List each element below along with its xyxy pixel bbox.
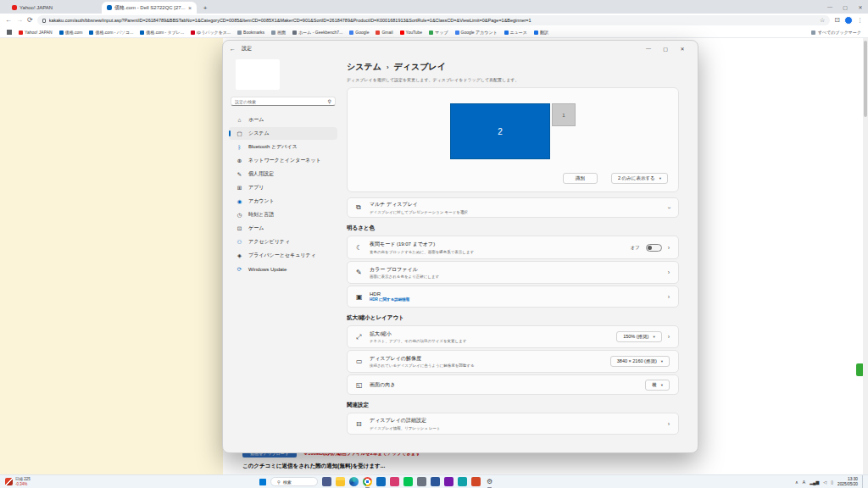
browser-tab-kakaku[interactable]: 価格.com - Dell S2722QC [27... × [102,2,197,14]
ime-indicator[interactable]: A [803,480,805,485]
network-icon[interactable]: ▂▄▆ [810,480,819,485]
maximize-button[interactable]: ▢ [657,41,674,56]
new-tab-button[interactable]: + [200,3,210,13]
browser-maximize-button[interactable]: ▢ [837,0,853,14]
scale-dropdown[interactable]: 150% (推奨) ▾ [616,331,662,342]
bookmark-star-icon[interactable]: ☆ [820,17,825,24]
tray-chevron-icon[interactable]: ∧ [795,480,798,485]
night-mode-toggle[interactable] [646,244,662,252]
microsoft-store-icon[interactable] [376,477,386,486]
setting-row-night-mode[interactable]: ☾ 夜間モード (19:07 までオフ) 青色の光をブロックするために、画面を暖… [347,236,679,259]
browser-minimize-button[interactable]: — [822,0,837,14]
sidebar-item-time-language[interactable]: ◷時刻と言語 [229,208,337,221]
task-view-button[interactable] [322,477,331,486]
bookmark-item[interactable]: Google アカウント [455,30,498,35]
back-icon[interactable]: ← [230,46,236,52]
setting-row-hdr[interactable]: ▣ HDR HDR に関する詳細情報 › [347,286,679,308]
display-mode-dropdown[interactable]: 2 のみに表示する ▾ [611,173,668,184]
browser-tab-yahoo[interactable]: Yahoo! JAPAN [7,2,102,14]
breadcrumb-system[interactable]: システム [347,61,381,73]
sidebar-item-apps[interactable]: ⊞アプリ [229,181,337,194]
all-bookmarks-button[interactable]: すべてのブックマーク [811,30,861,35]
bookmark-item[interactable]: Google [349,30,369,35]
onenote-icon[interactable] [444,477,453,486]
show-desktop-button[interactable] [862,475,865,488]
settings-search[interactable]: ⚲ [231,97,336,106]
minimize-button[interactable]: — [640,41,657,56]
setting-row-resolution[interactable]: ▭ ディスプレイの解像度 接続されているディスプレイに合うように解像度を調整する… [347,350,679,373]
bookmark-item[interactable]: 翻訳 [534,30,548,35]
settings-titlebar[interactable]: ← 設定 — ▢ ✕ [223,41,698,56]
browser-menu-icon[interactable]: ⋮ [857,17,863,24]
identify-button[interactable]: 識別 [563,173,598,184]
bookmarks-bar: Yahoo! JAPAN 価格.com 価格.com - パソコ... 価格.c… [0,27,868,38]
bookmark-item[interactable]: ホーム - Geekbench7... [292,30,342,35]
sidebar-item-windows-update[interactable]: ⟳Windows Update [229,263,337,275]
sidebar-item-privacy[interactable]: ◈プライバシーとセキュリティ [229,249,337,262]
close-button[interactable]: ✕ [674,41,691,56]
setting-row-color-profile[interactable]: ✎ カラー プロファイル 画面に表示される色をより正確にします › [347,261,679,284]
sidebar-item-system[interactable]: ▢システム [229,127,337,140]
chrome-icon[interactable] [363,477,372,486]
tab-title: Yahoo! JAPAN [19,5,97,10]
battery-icon[interactable]: ▯ [831,480,833,485]
taskbar-clock[interactable]: 13:30 2025/05/20 [837,477,858,487]
bookmark-item[interactable]: 価格.com - パソコ... [89,30,133,35]
sidebar-item-home[interactable]: ⌂ホーム [229,114,337,126]
settings-search-input[interactable] [235,99,328,104]
line-icon[interactable] [403,477,413,486]
chevron-down-icon: ▾ [661,383,663,387]
word-icon[interactable] [431,477,440,486]
setting-row-orientation[interactable]: ◱ 画面の向き 横 ▾ [347,374,679,395]
photos-icon[interactable] [390,477,399,486]
settings-gear-icon[interactable]: ⚙ [485,477,494,486]
setting-row-multi-display[interactable]: ⧉ マルチ ディスプレイ ディスプレイに対してプレゼンテーション モードを選択 … [347,197,679,218]
taskbar-search[interactable]: ⚲ 検索 [270,477,318,486]
teams-icon[interactable] [458,477,467,486]
orientation-dropdown[interactable]: 横 ▾ [645,380,670,391]
powerpoint-icon[interactable] [471,477,481,486]
taskbar-widget[interactable]: 日経 225 -0.34% [0,477,36,486]
monitor-1[interactable]: 1 [552,103,576,126]
tab-close-icon[interactable]: × [188,5,192,11]
page-description: ディスプレイを選択して設定を変更します。ディスプレイをドラッグして再配置します。 [347,77,679,82]
setting-row-scale[interactable]: ⤢ 拡大/縮小 テキスト、アプリ、その他の項目のサイズを変更します 150% (… [347,325,679,348]
bookmark-item[interactable]: 価格.com [59,30,83,35]
account-picture[interactable] [236,59,280,90]
monitor-2[interactable]: 2 [450,103,550,159]
browser-close-button[interactable]: ✕ [853,0,868,14]
sidebar-item-network[interactable]: ⊕ネットワークとインターネット [229,154,337,167]
bookmark-item[interactable]: Gmail [376,30,392,35]
bookmark-item[interactable]: Yahoo! JAPAN [19,30,53,35]
display-arrangement-card: 2 1 識別 2 のみに表示する ▾ [347,87,679,192]
section-brightness-color: 明るさと色 [347,225,679,232]
bookmark-item[interactable]: マップ [429,30,448,35]
profile-avatar[interactable] [844,16,853,25]
extensions-icon[interactable]: ⊡ [834,17,840,24]
forward-icon[interactable]: → [16,17,23,24]
apps-grid-icon[interactable] [7,30,12,35]
start-button[interactable] [259,479,266,485]
sidebar-item-bluetooth[interactable]: ᛒBluetooth とデバイス [229,141,337,153]
bookmark-item[interactable]: ニュース [504,30,527,35]
bookmark-item[interactable]: 価格.com - タブレ... [140,30,184,35]
volume-icon[interactable]: ◁ [823,480,826,485]
sidebar-item-accounts[interactable]: ◉アカウント [229,195,337,208]
sidebar-item-gaming[interactable]: ⊡ゲーム [229,222,337,235]
bookmark-folder[interactable]: 画面 [271,30,286,35]
sidebar-item-personalization[interactable]: ✎個人用設定 [229,168,337,180]
bookmark-item[interactable]: ゆうパックをス... [191,30,231,35]
reload-icon[interactable]: ⟳ [27,17,33,24]
resolution-dropdown[interactable]: 3840 × 2160 (推奨) ▾ [610,356,670,367]
mail-icon[interactable] [417,477,426,486]
page-scrollbar[interactable] [863,38,868,474]
bookmark-folder[interactable]: Bookmarks [237,30,264,35]
scrollbar-thumb[interactable] [864,41,867,117]
file-explorer-icon[interactable] [336,477,345,486]
setting-row-advanced-display[interactable]: ⊟ ディスプレイの詳細設定 ディスプレイ情報、リフレッシュ レート › [347,413,679,435]
edge-icon[interactable] [349,477,359,486]
address-bar[interactable]: kakaku.com/auth/bbsnew/input.asp?ParentI… [37,15,831,25]
back-icon[interactable]: ← [5,17,12,24]
bookmark-item[interactable]: YouTube [400,30,423,35]
sidebar-item-accessibility[interactable]: ⚇アクセシビリティ [229,236,337,248]
